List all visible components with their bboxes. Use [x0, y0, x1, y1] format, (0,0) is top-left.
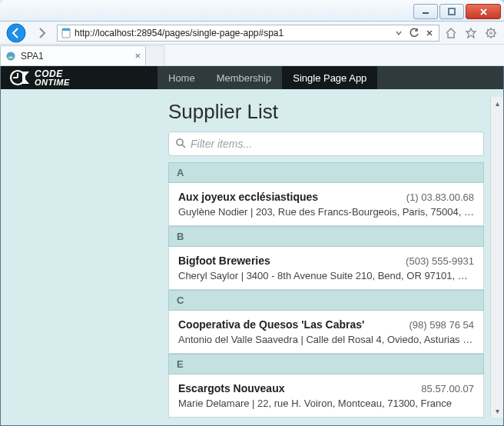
section-header: B	[168, 226, 484, 247]
supplier-phone: 85.57.00.07	[421, 383, 474, 394]
tools-icon[interactable]	[482, 25, 499, 42]
svg-rect-1	[449, 8, 455, 15]
nav-back-button[interactable]	[5, 22, 28, 45]
app-root: CODE ONTIME HomeMembershipSingle Page Ap…	[0, 66, 504, 426]
svg-line-10	[182, 145, 185, 148]
supplier-phone: (1) 03.83.00.68	[406, 191, 474, 203]
app-navbar: CODE ONTIME HomeMembershipSingle Page Ap…	[1, 66, 503, 89]
svg-point-6	[490, 32, 492, 34]
svg-point-2	[7, 24, 25, 42]
scrollbar[interactable]: ▴ ▾	[490, 97, 503, 418]
page-icon	[61, 28, 71, 38]
home-icon[interactable]	[443, 25, 459, 42]
supplier-name: Cooperativa de Quesos 'Las Cabras'	[178, 318, 364, 331]
menu-item[interactable]: Membership	[206, 66, 283, 89]
browser-tab[interactable]: SPA1 ×	[0, 45, 146, 65]
supplier-card[interactable]: Bigfoot Breweries(503) 555-9931Cheryl Sa…	[168, 247, 484, 290]
dropdown-icon[interactable]	[393, 27, 405, 39]
window-maximize-button[interactable]	[439, 4, 464, 19]
supplier-details: Marie Delamare | 22, rue H. Voiron, Mont…	[178, 398, 474, 409]
brand-text-1: CODE	[35, 69, 70, 78]
brand[interactable]: CODE ONTIME	[1, 66, 158, 89]
supplier-name: Aux joyeux ecclésiastiques	[178, 191, 318, 203]
supplier-card[interactable]: Escargots Nouveaux85.57.00.07Marie Delam…	[168, 374, 484, 418]
main-menu: HomeMembershipSingle Page App	[158, 66, 377, 89]
supplier-name: Bigfoot Breweries	[178, 255, 270, 267]
stop-icon[interactable]	[423, 27, 436, 39]
filter-box[interactable]	[168, 131, 484, 156]
tab-title: SPA1	[21, 51, 44, 62]
section-header: A	[168, 162, 484, 183]
nav-forward-button[interactable]	[31, 22, 54, 45]
window-titlebar	[0, 0, 504, 22]
window-minimize-button[interactable]	[413, 4, 438, 19]
window-close-button[interactable]	[466, 4, 501, 19]
url-input[interactable]	[75, 28, 390, 38]
tab-close-icon[interactable]: ×	[134, 50, 141, 62]
supplier-phone: (98) 598 76 54	[409, 319, 474, 331]
supplier-card[interactable]: Aux joyeux ecclésiastiques(1) 03.83.00.6…	[168, 183, 484, 226]
supplier-name: Escargots Nouveaux	[178, 382, 285, 394]
section-header: E	[168, 354, 484, 374]
svg-point-9	[177, 139, 183, 145]
browser-navbar	[0, 22, 504, 45]
svg-rect-4	[62, 28, 70, 31]
supplier-details: Antonio del Valle Saavedra | Calle del R…	[178, 334, 474, 345]
brand-text-2: ONTIME	[35, 78, 70, 87]
left-sidebar	[1, 89, 158, 425]
supplier-details: Cheryl Saylor | 3400 - 8th Avenue Suite …	[178, 270, 474, 281]
brand-logo-icon	[8, 67, 30, 88]
favicon-icon	[5, 51, 16, 62]
scroll-up-icon[interactable]: ▴	[491, 97, 503, 110]
favorites-icon[interactable]	[463, 25, 479, 42]
refresh-icon[interactable]	[408, 27, 420, 39]
address-bar[interactable]	[57, 25, 439, 42]
page-title: Supplier List	[168, 100, 487, 124]
scroll-down-icon[interactable]: ▾	[491, 404, 503, 418]
supplier-phone: (503) 555-9931	[406, 255, 474, 267]
new-tab-button[interactable]	[146, 45, 164, 65]
section-header: C	[168, 290, 484, 311]
menu-item[interactable]: Home	[158, 66, 206, 89]
supplier-list: AAux joyeux ecclésiastiques(1) 03.83.00.…	[168, 162, 484, 418]
search-icon	[175, 138, 186, 151]
menu-item[interactable]: Single Page App	[282, 66, 377, 89]
browser-tabstrip: SPA1 ×	[0, 45, 504, 66]
content-area: Supplier List AAux joyeux ecclésiastique…	[1, 89, 503, 425]
filter-input[interactable]	[191, 138, 477, 150]
supplier-card[interactable]: Cooperativa de Quesos 'Las Cabras'(98) 5…	[168, 311, 484, 354]
main-panel: Supplier List AAux joyeux ecclésiastique…	[158, 89, 503, 425]
supplier-details: Guylène Nodier | 203, Rue des Francs-Bou…	[178, 206, 474, 218]
